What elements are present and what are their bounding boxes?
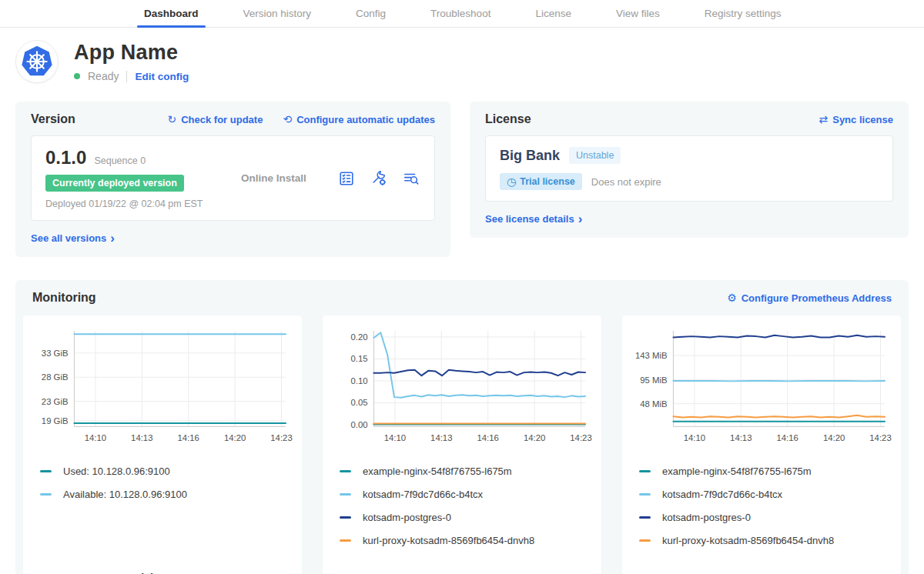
sync-license-link[interactable]: ⇄ Sync license: [819, 114, 893, 125]
svg-text:48 MiB: 48 MiB: [640, 399, 667, 409]
legend-item: kotsadm-7f9dc7d66c-b4tcx: [639, 489, 895, 500]
legend-swatch-icon: [639, 516, 651, 519]
legend-swatch-icon: [639, 493, 651, 496]
svg-text:14:23: 14:23: [869, 433, 891, 442]
legend-item: kotsadm-7f9dc7d66c-b4tcx: [340, 489, 595, 500]
legend-label: kurl-proxy-kotsadm-8569fb6454-dnvh8: [363, 535, 534, 546]
top-nav: DashboardVersion historyConfigTroublesho…: [0, 0, 924, 28]
disk-usage-chart-card: 33 GiB28 GiB23 GiB19 GiB14:1014:1314:161…: [23, 315, 302, 574]
tab-troubleshoot[interactable]: Troubleshoot: [424, 0, 497, 27]
cpu-usage-plot: 0.200.150.100.050.0014:1014:1314:1614:20…: [329, 325, 595, 448]
tab-view-files[interactable]: View files: [609, 0, 667, 27]
check-for-update-link[interactable]: ↻ Check for update: [167, 114, 263, 125]
svg-text:14:10: 14:10: [684, 433, 705, 442]
disk-usage-plot: 33 GiB28 GiB23 GiB19 GiB14:1014:1314:161…: [29, 325, 296, 448]
configure-prometheus-link[interactable]: ⚙ Configure Prometheus Address: [727, 292, 892, 304]
memory-usage-chart-card: 143 MiB95 MiB48 MiB14:1014:1314:1614:201…: [622, 315, 901, 574]
chart-title: CPU Usage: [329, 558, 595, 574]
clock-refresh-icon: ⟲: [283, 114, 292, 125]
kubernetes-logo-icon: [15, 40, 59, 83]
svg-text:14:13: 14:13: [131, 433, 152, 442]
svg-text:14:23: 14:23: [270, 433, 292, 442]
see-all-versions-link[interactable]: See all versions ›: [31, 232, 115, 245]
svg-text:14:10: 14:10: [384, 433, 406, 442]
license-expiry: Does not expire: [591, 176, 661, 188]
sync-arrows-icon: ⇄: [819, 114, 828, 125]
legend-swatch-icon: [340, 516, 351, 519]
svg-text:0.05: 0.05: [350, 398, 367, 407]
svg-text:0.00: 0.00: [350, 420, 367, 429]
legend-swatch-icon: [639, 470, 651, 472]
legend-item: kurl-proxy-kotsadm-8569fb6454-dnvh8: [340, 535, 595, 546]
legend-item: Used: 10.128.0.96:9100: [40, 466, 296, 477]
legend-label: kotsadm-postgres-0: [662, 512, 751, 523]
status-badge: Ready: [88, 70, 119, 82]
chevron-right-icon: ›: [110, 232, 115, 245]
app-header: App Name Ready Edit config: [15, 40, 909, 83]
refresh-icon: ↻: [167, 114, 176, 125]
legend-swatch-icon: [340, 539, 351, 542]
legend-swatch-icon: [340, 493, 351, 496]
tab-registry-settings[interactable]: Registry settings: [698, 0, 788, 27]
edit-config-link[interactable]: Edit config: [135, 71, 189, 82]
legend-label: example-nginx-54f8f76755-l675m: [662, 466, 812, 477]
license-card-title: License: [485, 112, 531, 126]
legend-swatch-icon: [340, 470, 351, 472]
trial-license-badge: ◷ Trial license: [500, 173, 582, 190]
deployed-badge: Currently deployed version: [45, 175, 184, 192]
legend-item: Available: 10.128.0.96:9100: [40, 489, 296, 500]
configure-automatic-updates-link[interactable]: ⟲ Configure automatic updates: [283, 114, 435, 125]
legend-item: example-nginx-54f8f76755-l675m: [639, 466, 895, 477]
install-type: Online Install: [232, 172, 337, 184]
version-card-title: Version: [31, 112, 75, 126]
legend-label: kotsadm-7f9dc7d66c-b4tcx: [662, 489, 782, 500]
view-logs-icon[interactable]: [402, 169, 420, 188]
monitoring-card: Monitoring ⚙ Configure Prometheus Addres…: [15, 280, 909, 574]
legend-swatch-icon: [639, 539, 651, 542]
legend-item: kotsadm-postgres-0: [340, 512, 595, 523]
channel-badge: Unstable: [569, 147, 621, 164]
svg-text:14:20: 14:20: [224, 433, 246, 442]
legend-label: kurl-proxy-kotsadm-8569fb6454-dnvh8: [662, 535, 834, 546]
status-dot-icon: [74, 73, 80, 79]
edit-config-wrench-icon[interactable]: [370, 169, 388, 188]
svg-text:23 GiB: 23 GiB: [42, 397, 69, 406]
chevron-right-icon: ›: [578, 212, 583, 225]
customer-name: Big Bank: [500, 148, 560, 164]
cpu-usage-chart-card: 0.200.150.100.050.0014:1014:1314:1614:20…: [323, 315, 601, 574]
legend-label: Used: 10.128.0.96:9100: [63, 466, 170, 477]
svg-text:0.15: 0.15: [350, 354, 367, 363]
deployed-timestamp: Deployed 01/19/22 @ 02:04 pm EST: [45, 199, 232, 209]
svg-text:0.10: 0.10: [350, 376, 367, 385]
legend-swatch-icon: [40, 470, 52, 472]
svg-text:14:16: 14:16: [777, 433, 798, 442]
svg-text:19 GiB: 19 GiB: [42, 416, 69, 425]
svg-text:33 GiB: 33 GiB: [42, 349, 69, 358]
license-panel: Big Bank Unstable ◷ Trial license Does n…: [485, 135, 893, 202]
gear-icon: ⚙: [727, 292, 737, 303]
version-number: 0.1.0: [45, 147, 86, 169]
see-license-details-link[interactable]: See license details ›: [485, 212, 582, 225]
svg-text:14:16: 14:16: [477, 433, 499, 442]
svg-text:14:23: 14:23: [570, 433, 591, 442]
tab-version-history[interactable]: Version history: [236, 0, 319, 27]
current-version-panel: 0.1.0 Sequence 0 Currently deployed vers…: [31, 135, 435, 221]
chart-title: Memory Usage: [628, 558, 895, 574]
svg-text:95 MiB: 95 MiB: [640, 375, 667, 385]
disk-usage-legend: Used: 10.128.0.96:9100Available: 10.128.…: [29, 454, 296, 512]
version-sequence: Sequence 0: [94, 155, 146, 166]
tab-dashboard[interactable]: Dashboard: [137, 0, 206, 27]
version-card: Version ↻ Check for update ⟲ Configure a…: [15, 102, 450, 257]
svg-text:14:13: 14:13: [730, 433, 752, 442]
legend-label: kotsadm-postgres-0: [363, 512, 451, 523]
legend-item: kurl-proxy-kotsadm-8569fb6454-dnvh8: [639, 535, 895, 546]
svg-text:14:20: 14:20: [524, 433, 545, 442]
monitoring-title: Monitoring: [32, 291, 96, 305]
preflight-checks-icon[interactable]: [337, 169, 356, 188]
tab-config[interactable]: Config: [349, 0, 393, 27]
legend-item: kotsadm-postgres-0: [639, 512, 895, 523]
stopwatch-icon: ◷: [507, 176, 516, 187]
svg-text:28 GiB: 28 GiB: [42, 372, 69, 382]
legend-label: kotsadm-7f9dc7d66c-b4tcx: [363, 489, 483, 500]
tab-license[interactable]: License: [528, 0, 578, 27]
